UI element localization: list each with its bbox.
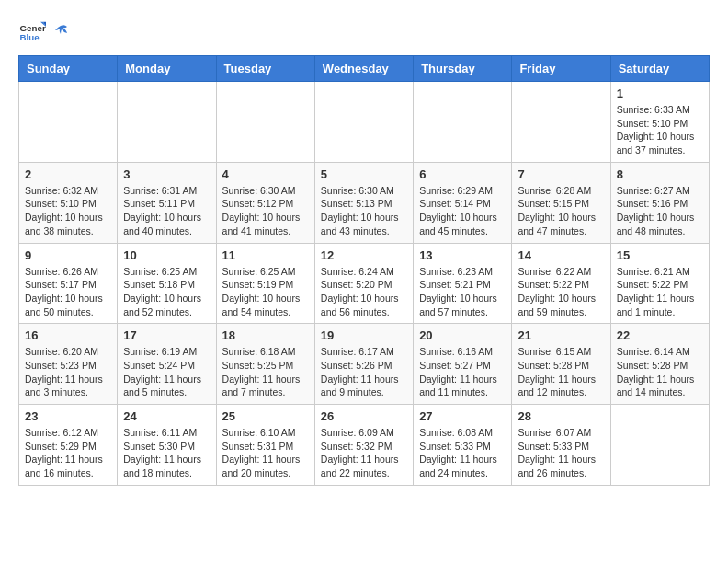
calendar-day-cell: 23Sunrise: 6:12 AM Sunset: 5:29 PM Dayli… <box>19 405 118 486</box>
calendar-day-cell: 16Sunrise: 6:20 AM Sunset: 5:23 PM Dayli… <box>19 324 118 405</box>
weekday-header: Tuesday <box>216 56 314 82</box>
day-info: Sunrise: 6:09 AM Sunset: 5:32 PM Dayligh… <box>321 426 407 480</box>
day-info: Sunrise: 6:28 AM Sunset: 5:15 PM Dayligh… <box>518 184 604 238</box>
day-number: 9 <box>25 248 111 262</box>
day-number: 3 <box>123 167 210 181</box>
calendar-day-cell: 26Sunrise: 6:09 AM Sunset: 5:32 PM Dayli… <box>314 405 413 486</box>
calendar-day-cell <box>512 82 610 163</box>
day-number: 5 <box>321 167 407 181</box>
svg-text:Blue: Blue <box>20 32 40 42</box>
day-info: Sunrise: 6:17 AM Sunset: 5:26 PM Dayligh… <box>321 345 407 399</box>
day-info: Sunrise: 6:12 AM Sunset: 5:29 PM Dayligh… <box>25 426 111 480</box>
calendar-day-cell: 27Sunrise: 6:08 AM Sunset: 5:33 PM Dayli… <box>414 405 512 486</box>
weekday-header: Saturday <box>610 56 709 82</box>
calendar-day-cell: 22Sunrise: 6:14 AM Sunset: 5:28 PM Dayli… <box>610 324 709 405</box>
day-number: 16 <box>25 328 111 342</box>
weekday-header: Thursday <box>414 56 512 82</box>
calendar-day-cell: 7Sunrise: 6:28 AM Sunset: 5:15 PM Daylig… <box>512 162 610 243</box>
calendar-day-cell: 20Sunrise: 6:16 AM Sunset: 5:27 PM Dayli… <box>414 324 512 405</box>
day-number: 14 <box>518 248 604 262</box>
day-info: Sunrise: 6:33 AM Sunset: 5:10 PM Dayligh… <box>617 103 703 157</box>
calendar-day-cell: 6Sunrise: 6:29 AM Sunset: 5:14 PM Daylig… <box>414 162 512 243</box>
day-number: 8 <box>617 167 703 181</box>
calendar-day-cell: 13Sunrise: 6:23 AM Sunset: 5:21 PM Dayli… <box>414 243 512 324</box>
calendar-day-cell: 14Sunrise: 6:22 AM Sunset: 5:22 PM Dayli… <box>512 243 610 324</box>
day-info: Sunrise: 6:10 AM Sunset: 5:31 PM Dayligh… <box>222 426 309 480</box>
weekday-header: Sunday <box>19 56 118 82</box>
day-info: Sunrise: 6:20 AM Sunset: 5:23 PM Dayligh… <box>25 345 111 399</box>
day-number: 13 <box>419 248 506 262</box>
day-number: 22 <box>617 328 703 342</box>
day-info: Sunrise: 6:08 AM Sunset: 5:33 PM Dayligh… <box>419 426 506 480</box>
day-number: 4 <box>222 167 309 181</box>
day-info: Sunrise: 6:30 AM Sunset: 5:12 PM Dayligh… <box>222 184 309 238</box>
day-info: Sunrise: 6:21 AM Sunset: 5:22 PM Dayligh… <box>617 265 703 319</box>
day-number: 24 <box>123 409 210 423</box>
day-number: 19 <box>321 328 407 342</box>
day-info: Sunrise: 6:25 AM Sunset: 5:19 PM Dayligh… <box>222 265 309 319</box>
day-number: 18 <box>222 328 309 342</box>
day-info: Sunrise: 6:22 AM Sunset: 5:22 PM Dayligh… <box>518 265 604 319</box>
calendar-day-cell: 5Sunrise: 6:30 AM Sunset: 5:13 PM Daylig… <box>314 162 413 243</box>
calendar-day-cell <box>216 82 314 163</box>
calendar-day-cell: 19Sunrise: 6:17 AM Sunset: 5:26 PM Dayli… <box>314 324 413 405</box>
day-number: 28 <box>518 409 604 423</box>
page-header: General Blue <box>18 18 710 46</box>
weekday-header: Wednesday <box>314 56 413 82</box>
calendar-day-cell <box>19 82 118 163</box>
day-number: 25 <box>222 409 309 423</box>
weekday-header: Friday <box>512 56 610 82</box>
calendar-week-row: 16Sunrise: 6:20 AM Sunset: 5:23 PM Dayli… <box>19 324 710 405</box>
day-info: Sunrise: 6:19 AM Sunset: 5:24 PM Dayligh… <box>123 345 210 399</box>
day-number: 26 <box>321 409 407 423</box>
day-number: 15 <box>617 248 703 262</box>
day-info: Sunrise: 6:14 AM Sunset: 5:28 PM Dayligh… <box>617 345 703 399</box>
day-number: 23 <box>25 409 111 423</box>
day-number: 7 <box>518 167 604 181</box>
calendar-day-cell: 25Sunrise: 6:10 AM Sunset: 5:31 PM Dayli… <box>216 405 314 486</box>
calendar-day-cell: 28Sunrise: 6:07 AM Sunset: 5:33 PM Dayli… <box>512 405 610 486</box>
calendar-day-cell: 21Sunrise: 6:15 AM Sunset: 5:28 PM Dayli… <box>512 324 610 405</box>
logo-icon: General Blue <box>18 18 46 46</box>
day-info: Sunrise: 6:11 AM Sunset: 5:30 PM Dayligh… <box>123 426 210 480</box>
calendar-day-cell: 12Sunrise: 6:24 AM Sunset: 5:20 PM Dayli… <box>314 243 413 324</box>
day-info: Sunrise: 6:25 AM Sunset: 5:18 PM Dayligh… <box>123 265 210 319</box>
day-info: Sunrise: 6:27 AM Sunset: 5:16 PM Dayligh… <box>617 184 703 238</box>
day-info: Sunrise: 6:30 AM Sunset: 5:13 PM Dayligh… <box>321 184 407 238</box>
calendar-day-cell: 10Sunrise: 6:25 AM Sunset: 5:18 PM Dayli… <box>118 243 216 324</box>
calendar-day-cell: 18Sunrise: 6:18 AM Sunset: 5:25 PM Dayli… <box>216 324 314 405</box>
calendar-day-cell: 24Sunrise: 6:11 AM Sunset: 5:30 PM Dayli… <box>118 405 216 486</box>
day-number: 11 <box>222 248 309 262</box>
logo-bird-icon <box>51 22 71 42</box>
day-number: 1 <box>617 86 703 100</box>
day-info: Sunrise: 6:24 AM Sunset: 5:20 PM Dayligh… <box>321 265 407 319</box>
day-number: 27 <box>419 409 506 423</box>
calendar-day-cell: 9Sunrise: 6:26 AM Sunset: 5:17 PM Daylig… <box>19 243 118 324</box>
calendar-day-cell: 2Sunrise: 6:32 AM Sunset: 5:10 PM Daylig… <box>19 162 118 243</box>
day-info: Sunrise: 6:16 AM Sunset: 5:27 PM Dayligh… <box>419 345 506 399</box>
calendar-week-row: 9Sunrise: 6:26 AM Sunset: 5:17 PM Daylig… <box>19 243 710 324</box>
weekday-header: Monday <box>118 56 216 82</box>
calendar-day-cell: 15Sunrise: 6:21 AM Sunset: 5:22 PM Dayli… <box>610 243 709 324</box>
calendar-day-cell: 1Sunrise: 6:33 AM Sunset: 5:10 PM Daylig… <box>610 82 709 163</box>
day-info: Sunrise: 6:32 AM Sunset: 5:10 PM Dayligh… <box>25 184 111 238</box>
day-number: 12 <box>321 248 407 262</box>
calendar-day-cell: 17Sunrise: 6:19 AM Sunset: 5:24 PM Dayli… <box>118 324 216 405</box>
day-info: Sunrise: 6:15 AM Sunset: 5:28 PM Dayligh… <box>518 345 604 399</box>
svg-text:General: General <box>20 23 47 33</box>
calendar-day-cell <box>414 82 512 163</box>
logo: General Blue <box>18 18 72 46</box>
calendar-day-cell <box>118 82 216 163</box>
calendar-week-row: 1Sunrise: 6:33 AM Sunset: 5:10 PM Daylig… <box>19 82 710 163</box>
calendar-week-row: 2Sunrise: 6:32 AM Sunset: 5:10 PM Daylig… <box>19 162 710 243</box>
day-number: 20 <box>419 328 506 342</box>
calendar-day-cell: 11Sunrise: 6:25 AM Sunset: 5:19 PM Dayli… <box>216 243 314 324</box>
day-number: 17 <box>123 328 210 342</box>
day-number: 21 <box>518 328 604 342</box>
calendar-day-cell <box>314 82 413 163</box>
day-number: 2 <box>25 167 111 181</box>
day-info: Sunrise: 6:23 AM Sunset: 5:21 PM Dayligh… <box>419 265 506 319</box>
day-info: Sunrise: 6:18 AM Sunset: 5:25 PM Dayligh… <box>222 345 309 399</box>
calendar-day-cell: 3Sunrise: 6:31 AM Sunset: 5:11 PM Daylig… <box>118 162 216 243</box>
day-number: 6 <box>419 167 506 181</box>
